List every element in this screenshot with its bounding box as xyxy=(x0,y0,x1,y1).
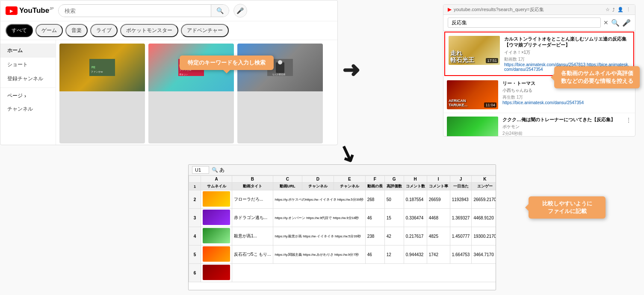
col-j-header: J xyxy=(450,176,472,183)
sidebar-item-home[interactable]: ホーム xyxy=(0,44,56,58)
sr-thumbnail-3: ポケモント... xyxy=(447,117,498,137)
search-input[interactable] xyxy=(59,5,211,17)
table-row: 3 赤ドラゴン逃ち... https://iy.オンバーン https://w.… xyxy=(189,209,496,227)
callout-search: 特定のキーワードを入力し検索 xyxy=(180,55,274,70)
table-row: 2 フローラだろ... https://iy.ポケスペのhttps://w-イイ… xyxy=(189,190,496,209)
more-options-icon[interactable]: ⋮ xyxy=(626,117,632,123)
menu-icon[interactable]: ⋮ xyxy=(626,7,631,12)
chevron-right-icon: › xyxy=(24,93,26,99)
youtube-title: YouTube xyxy=(19,6,49,15)
yt-search-bar[interactable]: 🔍 xyxy=(58,4,229,17)
sidebar-item-channel[interactable]: チャンネル xyxy=(0,102,56,116)
sr-url-2: https://bice.animatesk.com/dansu/2547354 xyxy=(502,100,632,105)
row-5-thumb xyxy=(201,245,232,264)
row-2-val5: 26659.2170 xyxy=(472,190,496,209)
table-row: 4 殺意が高1... https://iy.殺意が高 https://w-イイネ… xyxy=(189,227,496,245)
col-b-header: B xyxy=(232,176,273,183)
col-a-label: サムネイル xyxy=(201,183,232,190)
row-4-val4: 1.450777 xyxy=(450,227,472,245)
spreadsheet-panel: 🔍 あ A B C D E F G H I J K L xyxy=(188,164,496,290)
tab-pokemon[interactable]: ポケットモンスター xyxy=(120,24,178,37)
row-num-header xyxy=(189,176,201,183)
col-h-header: H xyxy=(404,176,427,183)
col-b-label: 動画タイト xyxy=(232,183,273,190)
col-j-label: 一日当た xyxy=(450,183,472,190)
row-2-duration: 268 xyxy=(365,190,384,209)
yt-jp-suffix: JP xyxy=(49,6,54,11)
address-url: youtube.com/results?search_query=反応集 xyxy=(454,6,603,13)
sidebar-page-label: ページ xyxy=(7,92,23,99)
row-4-url: https://iy.殺意が高 https://w-イイネイネ https://… xyxy=(273,227,365,245)
tab-game[interactable]: ゲーム xyxy=(35,24,63,37)
col-h-label: コメント数 xyxy=(404,183,427,190)
sr-result-title-3: ククク…俺は闇のトレーナーについてきた【反応集】 xyxy=(502,117,621,123)
table-row: 6 xyxy=(189,264,496,282)
svg-text:FE: FE xyxy=(92,66,95,69)
yt-nav-tabs: すべて ゲーム 音楽 ライブ ポケットモンスター アドベンチャー xyxy=(0,21,337,40)
sr-meta-2: 再生数 1万 xyxy=(502,94,632,100)
callout-info-text: 各動画のサムネイルや高評価数などの必要な情報を控える xyxy=(561,70,633,84)
sidebar-item-subscriptions[interactable]: 登録チャンネル xyxy=(0,72,56,86)
row-4-val1: 42 xyxy=(384,227,404,245)
thumb-mini-5 xyxy=(203,265,230,280)
yt-logo-text: YouTubeJP xyxy=(19,6,54,15)
mic-button[interactable]: 🎤 xyxy=(233,4,247,18)
row-4-val2: 0.217617 xyxy=(404,227,427,245)
row-5-val4: 1.664753 xyxy=(450,245,472,264)
sr-result-item-3[interactable]: ポケモント... ククク…俺は闇のトレーナーについてきた【反応集】 ポケモン 2… xyxy=(443,113,635,137)
tab-all[interactable]: すべて xyxy=(6,24,33,37)
yt-body: ホーム ショート 登録チャンネル ページ › チャンネル FE ファンかw xyxy=(0,40,337,145)
callout-search-text: 特定のキーワードを入力し検索 xyxy=(188,59,266,66)
row-6-num: 6 xyxy=(189,264,201,282)
thumb-mini-3 xyxy=(203,228,230,243)
row-3-thumb xyxy=(201,209,232,227)
video-thumb-1[interactable]: FE ファンかw xyxy=(59,44,145,143)
sr-search-input[interactable] xyxy=(448,18,601,28)
tab-live[interactable]: ライブ xyxy=(90,24,118,37)
mic-icon[interactable]: 🎤 xyxy=(622,19,631,27)
thumb-mini-1 xyxy=(203,191,230,207)
callout-info: 各動画のサムネイルや高評価数などの必要な情報を控える xyxy=(554,66,640,88)
address-bar: ▶ youtube.com/results?search_query=反応集 ☆… xyxy=(443,5,635,15)
col-e-header: E xyxy=(334,176,365,183)
sr-thumb-overlay-2: AFRICANTARUKE... xyxy=(449,99,467,108)
row-4-val5: 19300.2170 xyxy=(472,227,496,245)
data-header-row: 1 サムネイル 動画タイト 動画URL チャンネル チャンネル 動画の長 高評価… xyxy=(189,183,496,190)
row-4-num: 4 xyxy=(189,227,201,245)
row-2-val3: 26659 xyxy=(427,190,450,209)
share-icon[interactable]: ⤴ xyxy=(612,7,615,12)
sr-channel-1: イイネ！×1万 xyxy=(504,50,630,55)
bookmark-icon[interactable]: ☆ xyxy=(606,7,610,12)
col-e-label: チャンネル xyxy=(334,183,365,190)
col-k-label: エンゲー xyxy=(472,183,496,190)
row-2-title: フローラだろ... xyxy=(232,190,273,209)
col-a-header: A xyxy=(201,176,232,183)
svg-point-9 xyxy=(278,60,282,64)
col-g-label: 高評価数 xyxy=(384,183,404,190)
cell-ref-input[interactable] xyxy=(192,166,209,174)
profile-icon[interactable]: 👤 xyxy=(617,7,623,12)
sidebar-item-shorts[interactable]: ショート xyxy=(0,58,56,72)
svg-text:僕ましい: 僕ましい xyxy=(179,73,188,76)
sr-result-info-3: ククク…俺は闇のトレーナーについてきた【反応集】 ポケモン 2分24秒前 xyxy=(502,117,621,137)
row-1-num: 1 xyxy=(189,183,201,190)
row-3-num: 3 xyxy=(189,209,201,227)
row-5-val1: 12 xyxy=(384,245,404,264)
row-2-num: 2 xyxy=(189,190,201,209)
search-icon[interactable]: 🔍 xyxy=(611,19,620,27)
sr-duration-1: 17:51 xyxy=(486,58,498,63)
sidebar-item-page[interactable]: ページ › xyxy=(0,90,56,102)
search-button[interactable]: 🔍 xyxy=(211,5,229,17)
tab-music[interactable]: 音楽 xyxy=(65,24,88,37)
row-5-val2: 0.944432 xyxy=(404,245,427,264)
ss-toolbar: 🔍 あ xyxy=(189,165,496,175)
col-f-header: F xyxy=(365,176,384,183)
col-i-label: コメント率 xyxy=(427,183,450,190)
yt-header: YouTubeJP 🔍 🎤 xyxy=(0,0,337,21)
close-icon[interactable]: ✕ xyxy=(603,19,609,26)
row-3-title: 赤ドラゴン逃ち... xyxy=(232,209,273,227)
sr-meta-1: 動画数 1万 xyxy=(504,56,630,62)
row-5-duration: 46 xyxy=(365,245,384,264)
tab-adventure[interactable]: アドベンチャー xyxy=(181,24,229,37)
col-g-header: G xyxy=(384,176,404,183)
